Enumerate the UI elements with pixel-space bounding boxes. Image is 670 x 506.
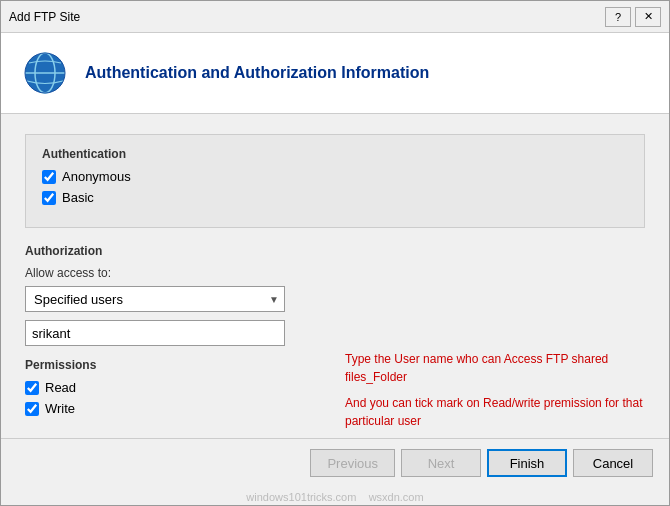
- allow-access-label: Allow access to:: [25, 266, 645, 280]
- header-title: Authentication and Authorization Informa…: [85, 64, 429, 82]
- footer-area: Previous Next Finish Cancel windows101tr…: [1, 438, 669, 505]
- hint-line1: Type the User name who can Access FTP sh…: [345, 350, 645, 386]
- close-button[interactable]: ✕: [635, 7, 661, 27]
- content: Authentication Anonymous Basic Authoriza…: [1, 114, 669, 438]
- title-bar-controls: ? ✕: [605, 7, 661, 27]
- previous-button[interactable]: Previous: [310, 449, 395, 477]
- next-button: Next: [401, 449, 481, 477]
- anonymous-checkbox[interactable]: [42, 170, 56, 184]
- authentication-label: Authentication: [42, 147, 628, 161]
- watermark-text2: wsxdn.com: [369, 491, 424, 503]
- watermark-text1: windows101tricks.com: [246, 491, 356, 503]
- header-section: Authentication and Authorization Informa…: [1, 33, 669, 114]
- globe-icon: [21, 49, 69, 97]
- allow-access-dropdown[interactable]: Specified users All Users Anonymous user…: [25, 286, 285, 312]
- username-input[interactable]: [25, 320, 285, 346]
- read-label[interactable]: Read: [45, 380, 76, 395]
- window: Add FTP Site ? ✕ Authentication and Auth…: [0, 0, 670, 506]
- dropdown-wrapper: Specified users All Users Anonymous user…: [25, 286, 285, 312]
- anonymous-label[interactable]: Anonymous: [62, 169, 131, 184]
- basic-checkbox[interactable]: [42, 191, 56, 205]
- permissions-label: Permissions: [25, 358, 325, 372]
- permissions-section: Permissions Read Write: [25, 358, 325, 416]
- right-panel: Type the User name who can Access FTP sh…: [345, 286, 645, 430]
- hint-line2: And you can tick mark on Read/write prem…: [345, 394, 645, 430]
- window-title: Add FTP Site: [9, 10, 605, 24]
- authorization-label: Authorization: [25, 244, 645, 258]
- basic-row: Basic: [42, 190, 628, 205]
- write-row: Write: [25, 401, 325, 416]
- basic-label[interactable]: Basic: [62, 190, 94, 205]
- write-checkbox[interactable]: [25, 402, 39, 416]
- inner-content: Specified users All Users Anonymous user…: [25, 286, 645, 430]
- authorization-section: Authorization Allow access to: Specified…: [25, 244, 645, 430]
- finish-button[interactable]: Finish: [487, 449, 567, 477]
- left-panel: Specified users All Users Anonymous user…: [25, 286, 325, 430]
- read-row: Read: [25, 380, 325, 395]
- write-label[interactable]: Write: [45, 401, 75, 416]
- authentication-section: Authentication Anonymous Basic: [25, 134, 645, 228]
- watermark: windows101tricks.com wsxdn.com: [1, 487, 669, 505]
- help-button[interactable]: ?: [605, 7, 631, 27]
- cancel-button[interactable]: Cancel: [573, 449, 653, 477]
- title-bar: Add FTP Site ? ✕: [1, 1, 669, 33]
- anonymous-row: Anonymous: [42, 169, 628, 184]
- footer: Previous Next Finish Cancel: [1, 438, 669, 487]
- read-checkbox[interactable]: [25, 381, 39, 395]
